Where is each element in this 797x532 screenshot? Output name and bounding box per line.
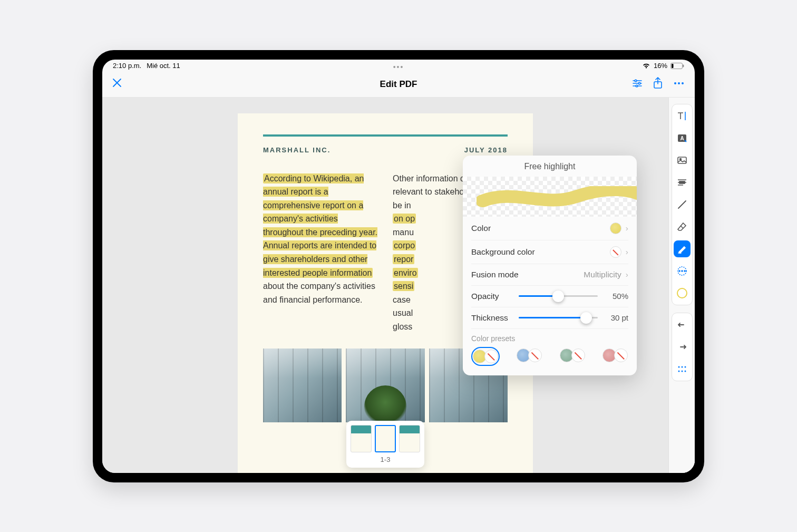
doc-col2-e: repor — [393, 254, 414, 264]
color-circle-yellow — [677, 288, 687, 298]
preset-swatch-none — [528, 349, 542, 362]
status-time: 2:10 p.m. — [113, 62, 141, 70]
nav-bar: ••• Edit PDF — [102, 72, 695, 98]
image-tool-icon[interactable] — [674, 152, 691, 169]
opacity-row: Opacity 50% — [471, 286, 628, 307]
svg-rect-1 — [672, 64, 674, 68]
undo-icon[interactable] — [674, 316, 691, 333]
close-button[interactable] — [112, 78, 122, 91]
fusion-mode-row[interactable]: Fusion mode Multiplicity › — [471, 264, 628, 286]
screen: 2:10 p.m. Mié oct. 11 16% ••• — [102, 60, 695, 473]
svg-point-16 — [679, 270, 680, 272]
more-icon[interactable] — [673, 77, 685, 92]
thickness-slider[interactable] — [519, 317, 598, 318]
preset-swatch-none — [614, 349, 628, 362]
doc-col2-h: case — [393, 295, 411, 304]
text-box-tool-icon[interactable]: A — [674, 130, 691, 147]
share-icon[interactable] — [653, 77, 663, 92]
thickness-row: Thickness 30 pt — [471, 307, 628, 329]
grid-icon[interactable] — [674, 361, 691, 378]
drag-indicator-icon: ••• — [393, 63, 404, 71]
color-swatch-yellow — [610, 223, 621, 234]
status-battery-pct: 16% — [654, 62, 667, 70]
preset-blue[interactable] — [516, 347, 542, 366]
document-view[interactable]: MARSHALL INC. JULY 2018 According to Wik… — [102, 98, 668, 473]
presets-row — [471, 347, 628, 375]
presets-label: Color presets — [471, 329, 628, 347]
opacity-value: 50% — [604, 292, 628, 301]
svg-point-17 — [682, 270, 683, 272]
color-label: Color — [471, 224, 491, 233]
svg-point-3 — [635, 80, 637, 82]
doc-photo — [263, 349, 342, 422]
doc-col-left: According to Wikipedia, an annual report… — [263, 172, 378, 334]
doc-col2-f: enviro — [393, 268, 418, 278]
page-thumbnails: 1-3 — [346, 421, 424, 468]
color-swatch-none — [610, 246, 621, 258]
svg-point-22 — [678, 370, 679, 372]
svg-point-7 — [674, 82, 676, 84]
redact-tool-icon[interactable] — [674, 174, 691, 191]
page-title: Edit PDF — [380, 79, 417, 90]
battery-icon — [670, 63, 684, 69]
filter-settings-icon[interactable] — [631, 78, 643, 91]
line-tool-icon[interactable] — [674, 196, 691, 213]
color-row[interactable]: Color › — [471, 217, 628, 240]
svg-point-9 — [682, 82, 684, 84]
doc-col2-c: manu — [393, 228, 414, 237]
svg-point-18 — [684, 270, 685, 272]
chevron-right-icon: › — [626, 247, 628, 257]
preset-swatch-none — [571, 349, 585, 362]
content-area: MARSHALL INC. JULY 2018 According to Wik… — [102, 98, 695, 473]
svg-point-20 — [681, 366, 683, 367]
highlighter-tool-icon[interactable] — [674, 240, 691, 257]
svg-point-21 — [684, 366, 686, 367]
preset-swatch-none — [484, 350, 498, 363]
thumbnail-page-3[interactable] — [399, 425, 420, 452]
svg-rect-12 — [678, 157, 686, 163]
more-tools-icon[interactable] — [674, 263, 691, 279]
doc-col1-rest: about the company's activities and finan… — [263, 282, 375, 304]
fusion-value: Multiplicity — [584, 270, 621, 279]
text-tool-icon[interactable] — [674, 108, 691, 124]
highlighted-text: According to Wikipedia, an annual report… — [263, 173, 377, 278]
doc-date: JULY 2018 — [464, 146, 508, 154]
svg-point-5 — [636, 85, 638, 87]
svg-rect-2 — [683, 64, 684, 67]
thumbnail-page-1[interactable] — [351, 425, 372, 452]
doc-col2-g: sensi — [393, 281, 414, 291]
current-color-icon[interactable] — [674, 285, 691, 302]
tool-group-history — [672, 313, 693, 381]
preset-red[interactable] — [602, 347, 628, 366]
svg-point-24 — [684, 370, 686, 372]
redo-icon[interactable] — [674, 338, 691, 355]
svg-point-4 — [638, 82, 640, 84]
thumbnail-range-label: 1-3 — [381, 456, 391, 463]
svg-point-8 — [678, 82, 680, 84]
right-toolbar: A — [668, 98, 695, 473]
page-rule — [263, 134, 508, 137]
tool-group-annotations: A — [672, 104, 693, 305]
background-color-row[interactable]: Background color › — [471, 240, 628, 264]
thickness-label: Thickness — [471, 313, 512, 323]
doc-col2-b: on op — [393, 214, 416, 224]
fusion-label: Fusion mode — [471, 270, 519, 279]
bgcolor-label: Background color — [471, 247, 535, 257]
preset-green[interactable] — [559, 347, 586, 366]
opacity-slider[interactable] — [519, 295, 598, 297]
tablet-frame: 2:10 p.m. Mié oct. 11 16% ••• — [93, 50, 704, 482]
popover-title: Free highlight — [463, 156, 637, 177]
doc-photo — [346, 349, 424, 422]
doc-company: MARSHALL INC. — [263, 146, 331, 154]
doc-col2-d: corpo — [393, 240, 416, 250]
wifi-icon — [642, 63, 650, 69]
preset-yellow[interactable] — [471, 347, 500, 366]
doc-col2-j: gloss — [393, 322, 412, 331]
opacity-label: Opacity — [471, 292, 512, 301]
svg-text:A: A — [680, 136, 684, 141]
thumbnail-page-2[interactable] — [375, 425, 396, 452]
chevron-right-icon: › — [626, 224, 628, 233]
free-highlight-popover: Free highlight Color › — [463, 156, 637, 375]
eraser-tool-icon[interactable] — [674, 218, 691, 235]
thickness-value: 30 pt — [604, 313, 628, 322]
